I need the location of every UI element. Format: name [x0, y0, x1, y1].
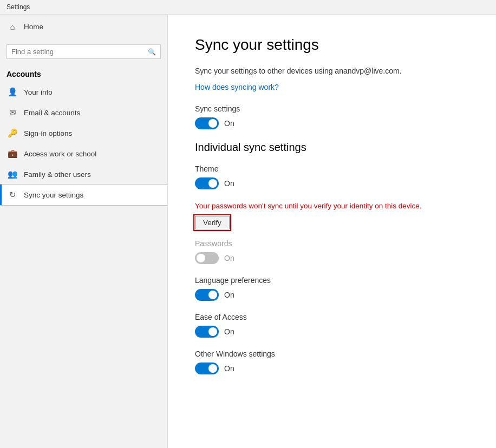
other-windows-settings-row: Other Windows settings On [195, 350, 469, 374]
accounts-section-header: Accounts [0, 64, 167, 82]
theme-toggle-knob [208, 179, 217, 188]
email-accounts-label: Email & accounts [24, 109, 80, 117]
family-other-users-label: Family & other users [24, 170, 91, 179]
sign-in-icon: 🔑 [8, 128, 17, 138]
access-work-school-label: Access work or school [24, 150, 96, 158]
language-preferences-label: Language preferences [195, 276, 469, 285]
passwords-status: On [224, 254, 234, 262]
your-info-icon: 👤 [8, 87, 17, 97]
sidebar-item-access-work-school[interactable]: 💼 Access work or school [0, 143, 167, 164]
ease-of-access-status: On [224, 327, 234, 336]
password-warning: Your passwords won't sync until you veri… [195, 201, 466, 212]
language-preferences-toggle-knob [208, 291, 217, 299]
sign-in-options-label: Sign-in options [24, 129, 72, 137]
ease-of-access-label: Ease of Access [195, 313, 469, 321]
theme-label: Theme [195, 164, 469, 173]
language-preferences-toggle-row: On [195, 289, 469, 301]
how-does-syncing-work-link[interactable]: How does syncing work? [195, 83, 469, 91]
individual-sync-title: Individual sync settings [195, 141, 469, 154]
briefcase-icon: 💼 [8, 149, 17, 159]
home-icon: ⌂ [8, 22, 17, 31]
sync-description: Sync your settings to other devices usin… [195, 67, 469, 75]
sidebar-item-sign-in-options[interactable]: 🔑 Sign-in options [0, 123, 167, 143]
sidebar-item-email-accounts[interactable]: ✉ Email & accounts [0, 102, 167, 123]
sync-settings-row: Sync settings On [195, 104, 469, 129]
passwords-toggle-row: On [195, 252, 469, 264]
ease-of-access-row: Ease of Access On [195, 313, 469, 338]
sidebar-item-sync-settings[interactable]: ↻ Sync your settings [0, 185, 167, 205]
theme-status: On [224, 179, 234, 188]
title-bar: Settings [0, 0, 496, 15]
sidebar: ⌂ Home 🔍 Accounts 👤 Your info ✉ Email & … [0, 15, 168, 448]
your-info-label: Your info [24, 88, 53, 96]
content-area: Sync your settings Sync your settings to… [168, 15, 496, 448]
home-label: Home [24, 23, 43, 31]
sync-icon: ↻ [8, 190, 17, 200]
page-title: Sync your settings [195, 36, 469, 54]
search-box[interactable]: 🔍 [6, 44, 161, 59]
other-windows-settings-toggle[interactable] [195, 363, 219, 374]
sync-settings-toggle[interactable] [195, 117, 219, 129]
other-windows-settings-toggle-knob [208, 364, 217, 373]
verify-button[interactable]: Verify [195, 216, 230, 229]
search-input[interactable] [11, 48, 148, 56]
language-preferences-status: On [224, 291, 234, 299]
passwords-toggle-knob [197, 254, 205, 262]
ease-of-access-toggle-knob [208, 327, 217, 336]
other-windows-settings-status: On [224, 364, 234, 373]
sync-settings-toggle-row: On [195, 117, 469, 129]
sync-settings-status: On [224, 119, 234, 128]
theme-toggle-row: On [195, 177, 469, 189]
sidebar-item-your-info[interactable]: 👤 Your info [0, 82, 167, 102]
other-windows-settings-label: Other Windows settings [195, 350, 469, 358]
sync-settings-nav-label: Sync your settings [24, 191, 83, 199]
passwords-toggle[interactable] [195, 252, 219, 264]
other-windows-settings-toggle-row: On [195, 363, 469, 374]
theme-toggle[interactable] [195, 177, 219, 189]
people-icon: 👥 [8, 169, 17, 179]
theme-row: Theme On [195, 164, 469, 189]
search-icon: 🔍 [148, 48, 156, 56]
passwords-row: Passwords On [195, 239, 469, 264]
language-preferences-row: Language preferences On [195, 276, 469, 301]
title-bar-label: Settings [6, 3, 30, 11]
email-icon: ✉ [8, 108, 17, 117]
sidebar-item-family-other-users[interactable]: 👥 Family & other users [0, 164, 167, 185]
ease-of-access-toggle-row: On [195, 326, 469, 338]
language-preferences-toggle[interactable] [195, 289, 219, 301]
ease-of-access-toggle[interactable] [195, 326, 219, 338]
passwords-label: Passwords [195, 239, 469, 248]
sync-settings-toggle-knob [208, 119, 217, 128]
sync-settings-label: Sync settings [195, 104, 469, 113]
main-layout: ⌂ Home 🔍 Accounts 👤 Your info ✉ Email & … [0, 15, 496, 448]
sidebar-item-home[interactable]: ⌂ Home [0, 15, 167, 39]
